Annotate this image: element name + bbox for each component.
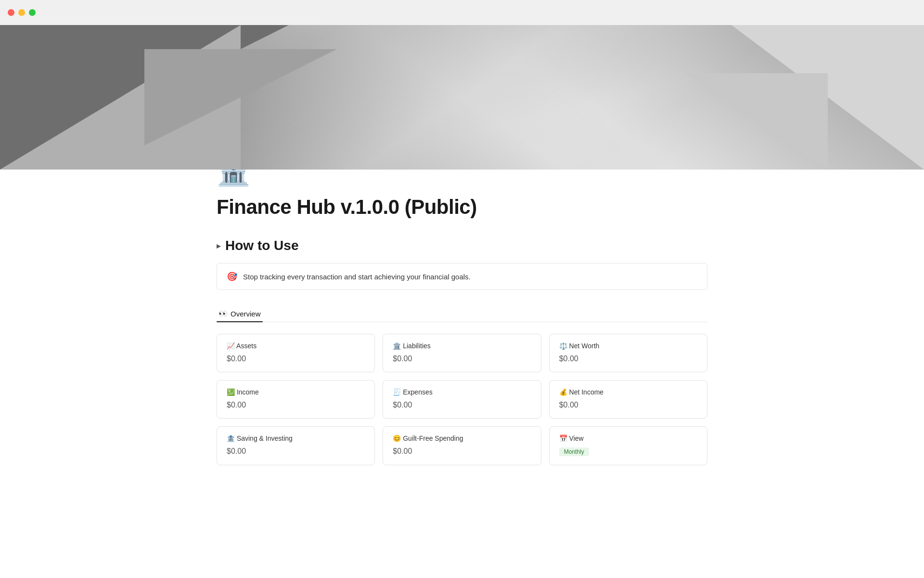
section-heading-label: How to Use bbox=[225, 238, 298, 253]
card-title: 💹 Income bbox=[227, 388, 365, 396]
card-expenses[interactable]: 🧾 Expenses$0.00 bbox=[383, 380, 541, 419]
card-value: $0.00 bbox=[393, 447, 531, 456]
cards-grid: 📈 Assets$0.00🏛️ Liabilities$0.00⚖️ Net W… bbox=[217, 334, 707, 465]
tab-overview-icon: 👀 bbox=[218, 309, 228, 318]
callout-icon: 🎯 bbox=[227, 271, 237, 282]
card-badge: Monthly bbox=[559, 447, 589, 456]
maximize-button[interactable] bbox=[29, 9, 36, 16]
tab-navigation: 👀 Overview bbox=[217, 305, 707, 322]
hero-banner bbox=[0, 25, 924, 170]
callout-text: Stop tracking every transaction and star… bbox=[243, 273, 471, 281]
how-to-use-heading[interactable]: ▸ How to Use bbox=[217, 238, 707, 253]
card-net-income[interactable]: 💰 Net Income$0.00 bbox=[549, 380, 707, 419]
toggle-arrow-icon: ▸ bbox=[217, 241, 220, 250]
card-income[interactable]: 💹 Income$0.00 bbox=[217, 380, 375, 419]
card-value: $0.00 bbox=[227, 401, 365, 409]
card-title: 📈 Assets bbox=[227, 342, 365, 350]
card-saving--investing[interactable]: 🏦 Saving & Investing$0.00 bbox=[217, 426, 375, 465]
page-title: Finance Hub v.1.0.0 (Public) bbox=[217, 196, 707, 219]
card-title: 🏦 Saving & Investing bbox=[227, 434, 365, 442]
tab-overview-label: Overview bbox=[231, 310, 261, 318]
card-title: 🧾 Expenses bbox=[393, 388, 531, 396]
card-liabilities[interactable]: 🏛️ Liabilities$0.00 bbox=[383, 334, 541, 372]
callout-box: 🎯 Stop tracking every transaction and st… bbox=[217, 263, 707, 290]
card-net-worth[interactable]: ⚖️ Net Worth$0.00 bbox=[549, 334, 707, 372]
card-title: ⚖️ Net Worth bbox=[559, 342, 697, 350]
card-value: $0.00 bbox=[393, 401, 531, 409]
tab-overview[interactable]: 👀 Overview bbox=[217, 305, 263, 322]
close-button[interactable] bbox=[8, 9, 14, 16]
content-area: 🏦 Finance Hub v.1.0.0 (Public) ▸ How to … bbox=[197, 156, 727, 504]
card-guilt-free-spending[interactable]: 😊 Guilt-Free Spending$0.00 bbox=[383, 426, 541, 465]
card-value: $0.00 bbox=[393, 355, 531, 363]
card-title: 📅 View bbox=[559, 434, 697, 442]
card-title: 😊 Guilt-Free Spending bbox=[393, 434, 531, 442]
minimize-button[interactable] bbox=[18, 9, 25, 16]
card-value: $0.00 bbox=[559, 401, 697, 409]
page-wrapper: 🏦 Finance Hub v.1.0.0 (Public) ▸ How to … bbox=[0, 0, 924, 504]
card-value: $0.00 bbox=[559, 355, 697, 363]
card-assets[interactable]: 📈 Assets$0.00 bbox=[217, 334, 375, 372]
card-value: $0.00 bbox=[227, 447, 365, 456]
card-title: 🏛️ Liabilities bbox=[393, 342, 531, 350]
card-view[interactable]: 📅 ViewMonthly bbox=[549, 426, 707, 465]
card-value: $0.00 bbox=[227, 355, 365, 363]
card-title: 💰 Net Income bbox=[559, 388, 697, 396]
title-bar bbox=[0, 0, 924, 25]
